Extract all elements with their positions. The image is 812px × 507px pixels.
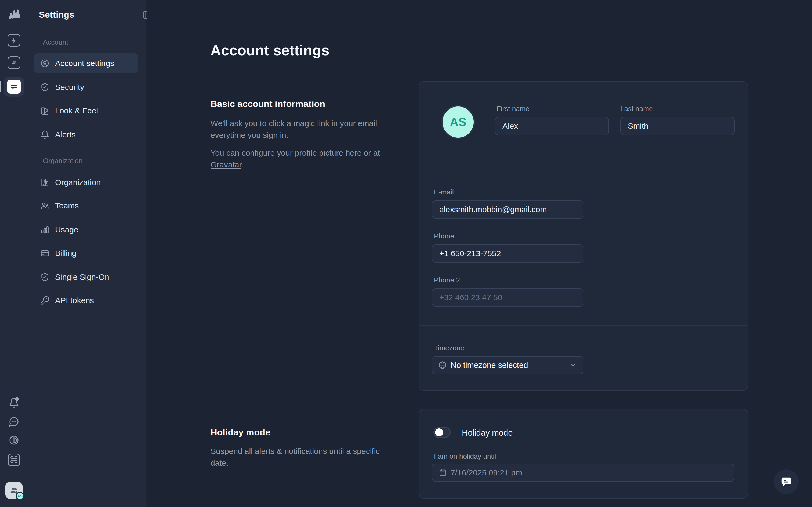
holiday-until-label: I am on holiday until: [434, 452, 496, 461]
sidebar-item-look-feel[interactable]: Look & Feel: [34, 101, 138, 120]
sidebar-item-teams[interactable]: Teams: [34, 196, 138, 215]
sidebar-title: Settings: [39, 10, 74, 20]
gravatar-link[interactable]: Gravatar: [210, 160, 241, 169]
calendar-icon: [439, 469, 447, 477]
sliders-icon-active[interactable]: [4, 77, 24, 97]
basic-info-card: AS First name Last name E-mail Phone Pho…: [419, 81, 748, 391]
profile-picture-description: You can configure your profile picture h…: [210, 147, 388, 171]
sidebar-group-account: Account: [43, 38, 68, 46]
user-circle-icon: [40, 59, 49, 68]
last-name-input[interactable]: [620, 117, 735, 135]
shield-check-icon: [40, 82, 49, 92]
active-rail-indicator: [0, 81, 1, 92]
phone2-input[interactable]: [432, 288, 583, 306]
sidebar-item-alerts[interactable]: Alerts: [34, 125, 138, 144]
card-divider: [419, 325, 748, 326]
feed-lines-icon[interactable]: [7, 56, 20, 69]
sidebar-group-organization: Organization: [43, 157, 83, 165]
sidebar-item-organization[interactable]: Organization: [34, 172, 138, 192]
holiday-toggle-label: Holiday mode: [462, 428, 513, 438]
contrast-icon[interactable]: [7, 433, 21, 447]
shield-check-icon: [40, 273, 49, 282]
key-icon: [40, 296, 49, 305]
holiday-mode-heading: Holiday mode: [210, 427, 270, 438]
main-content: Account settings Basic account informati…: [147, 0, 812, 507]
swatches-icon: [40, 106, 49, 115]
building-icon: [40, 178, 49, 187]
bar-chart-icon: [40, 225, 49, 234]
credit-card-icon: [40, 249, 49, 258]
bell-notification-icon[interactable]: [7, 396, 21, 410]
notification-dot: [15, 397, 19, 401]
profile-avatar[interactable]: AS: [441, 105, 475, 139]
user-initials-badge[interactable]: AS: [15, 492, 24, 500]
timezone-label: Timezone: [434, 344, 464, 352]
rail-divider: [9, 475, 19, 475]
first-name-label: First name: [497, 105, 529, 113]
globe-icon: [438, 361, 447, 370]
account-settings-page: { "sidebar": { "title": "Settings", "col…: [0, 0, 812, 507]
sidebar-item-security[interactable]: Security: [34, 77, 138, 97]
holiday-date-field[interactable]: [432, 463, 734, 482]
timezone-select[interactable]: No timezone selected: [432, 356, 583, 374]
card-divider: [419, 168, 748, 168]
users-icon: [40, 201, 49, 210]
sidebar-item-single-sign-on[interactable]: Single Sign-On: [34, 267, 138, 287]
page-title: Account settings: [210, 42, 329, 58]
settings-sidebar: Settings Account Account settings Securi…: [28, 0, 146, 507]
email-label: E-mail: [434, 188, 454, 196]
phone-label: Phone: [434, 232, 454, 240]
sidebar-item-usage[interactable]: Usage: [34, 220, 138, 239]
phone2-label: Phone 2: [434, 276, 460, 284]
sliders-icon: [7, 80, 21, 94]
chat-fab[interactable]: [774, 469, 799, 494]
timezone-value: No timezone selected: [451, 360, 528, 370]
first-name-input[interactable]: [495, 117, 609, 135]
command-icon[interactable]: ⌘: [8, 454, 20, 466]
chat-bubble-icon: [780, 475, 793, 488]
holiday-date-input[interactable]: [451, 468, 733, 477]
last-name-label: Last name: [620, 105, 653, 113]
email-input[interactable]: [432, 201, 583, 219]
holiday-mode-card: Holiday mode I am on holiday until: [419, 409, 748, 499]
holiday-mode-toggle[interactable]: [434, 427, 451, 438]
holiday-mode-description: Suspend all alerts & notifications until…: [210, 445, 399, 469]
sidebar-item-api-tokens[interactable]: API tokens: [34, 290, 138, 310]
basic-info-description: We'll ask you to click a magic link in y…: [210, 117, 399, 141]
sidebar-item-billing[interactable]: Billing: [34, 243, 138, 263]
icon-rail: ⌘ AS: [0, 0, 28, 507]
bell-icon: [40, 130, 49, 139]
chevron-down-icon: [569, 361, 577, 369]
basic-info-heading: Basic account information: [210, 99, 325, 109]
toggle-knob: [435, 429, 443, 437]
app-logo-icon[interactable]: [7, 8, 20, 20]
chat-dots-icon[interactable]: [7, 415, 21, 429]
phone-input[interactable]: [432, 244, 583, 263]
sidebar-item-account-settings[interactable]: Account settings: [34, 53, 138, 73]
zap-icon[interactable]: [7, 34, 20, 47]
